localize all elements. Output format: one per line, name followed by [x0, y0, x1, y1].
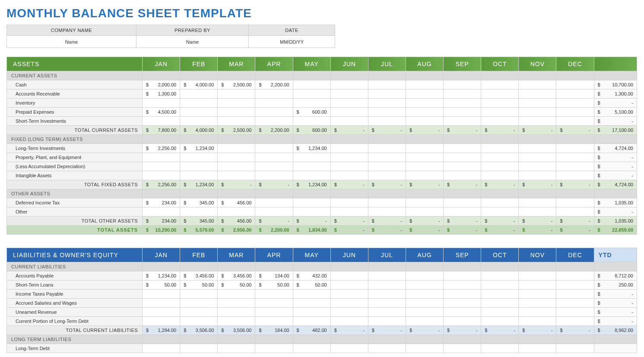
cell-value[interactable]: [444, 280, 481, 290]
cell-value[interactable]: $1,834.00: [293, 226, 330, 235]
cell-value[interactable]: [556, 271, 594, 280]
cell-value[interactable]: $7,800.00: [143, 126, 180, 135]
cell-value[interactable]: [330, 308, 368, 317]
cell-value[interactable]: [180, 171, 218, 180]
cell-value[interactable]: $-: [406, 226, 443, 235]
cell-value[interactable]: [556, 308, 594, 317]
cell-value[interactable]: $-: [556, 126, 594, 135]
cell-value[interactable]: $50.00: [293, 280, 330, 290]
cell-value[interactable]: [519, 162, 556, 171]
cell-value[interactable]: [255, 144, 293, 153]
cell-value[interactable]: [444, 317, 481, 326]
cell-value[interactable]: [218, 99, 255, 108]
cell-value[interactable]: [519, 271, 556, 280]
cell-value[interactable]: [444, 207, 481, 217]
cell-value[interactable]: [519, 198, 556, 207]
cell-value[interactable]: $2,200.00: [255, 226, 293, 235]
cell-value[interactable]: [444, 89, 481, 99]
cell-value[interactable]: [368, 153, 406, 162]
cell-value[interactable]: $-: [255, 217, 293, 226]
cell-value[interactable]: $2,256.00: [143, 180, 180, 189]
cell-value[interactable]: [330, 317, 368, 326]
cell-value[interactable]: [519, 117, 556, 126]
cell-value[interactable]: [293, 344, 330, 353]
cell-value[interactable]: $-: [406, 326, 443, 335]
cell-value[interactable]: [180, 89, 218, 99]
cell-value[interactable]: [444, 99, 481, 108]
cell-value[interactable]: $-: [444, 126, 481, 135]
cell-value[interactable]: [330, 198, 368, 207]
cell-value[interactable]: [444, 171, 481, 180]
cell-value[interactable]: $4,000.00: [180, 80, 218, 89]
cell-value[interactable]: $-: [594, 299, 637, 308]
cell-value[interactable]: [444, 299, 481, 308]
cell-value[interactable]: $-: [481, 226, 519, 235]
cell-value[interactable]: [330, 89, 368, 99]
cell-value[interactable]: [406, 144, 443, 153]
cell-value[interactable]: [368, 280, 406, 290]
cell-value[interactable]: [556, 153, 594, 162]
cell-value[interactable]: [255, 308, 293, 317]
cell-value[interactable]: [143, 317, 180, 326]
cell-value[interactable]: [444, 108, 481, 117]
cell-value[interactable]: [218, 290, 255, 299]
cell-value[interactable]: [255, 290, 293, 299]
cell-value[interactable]: $3,506.00: [218, 326, 255, 335]
cell-value[interactable]: [406, 317, 443, 326]
cell-value[interactable]: [293, 317, 330, 326]
cell-value[interactable]: [556, 299, 594, 308]
cell-value[interactable]: $5,579.00: [180, 226, 218, 235]
cell-value[interactable]: [255, 162, 293, 171]
cell-value[interactable]: [406, 153, 443, 162]
cell-value[interactable]: [330, 344, 368, 353]
cell-value[interactable]: [556, 290, 594, 299]
cell-value[interactable]: [255, 108, 293, 117]
cell-value[interactable]: $184.00: [255, 326, 293, 335]
cell-value[interactable]: [481, 153, 519, 162]
cell-value[interactable]: [406, 344, 443, 353]
cell-value[interactable]: [481, 344, 519, 353]
cell-value[interactable]: [556, 117, 594, 126]
cell-value[interactable]: [481, 299, 519, 308]
cell-value[interactable]: $4,500.00: [143, 108, 180, 117]
cell-value[interactable]: [406, 162, 443, 171]
cell-value[interactable]: [293, 171, 330, 180]
cell-value[interactable]: $-: [594, 290, 637, 299]
cell-value[interactable]: $1,300.00: [594, 89, 637, 99]
cell-value[interactable]: $-: [406, 217, 443, 226]
cell-value[interactable]: $8,712.00: [594, 271, 637, 280]
cell-value[interactable]: [519, 171, 556, 180]
cell-value[interactable]: [406, 117, 443, 126]
cell-value[interactable]: [519, 89, 556, 99]
cell-value[interactable]: [556, 317, 594, 326]
cell-value[interactable]: [218, 317, 255, 326]
cell-value[interactable]: [556, 280, 594, 290]
cell-value[interactable]: [180, 207, 218, 217]
cell-value[interactable]: [330, 99, 368, 108]
cell-value[interactable]: [444, 117, 481, 126]
info-value-date[interactable]: MM/DD/YY: [249, 36, 335, 48]
cell-value[interactable]: [255, 171, 293, 180]
cell-value[interactable]: [368, 271, 406, 280]
cell-value[interactable]: [406, 207, 443, 217]
cell-value[interactable]: $234.00: [143, 198, 180, 207]
cell-value[interactable]: [368, 290, 406, 299]
cell-value[interactable]: $-: [406, 126, 443, 135]
cell-value[interactable]: [218, 108, 255, 117]
cell-value[interactable]: $2,500.00: [218, 126, 255, 135]
cell-value[interactable]: [293, 153, 330, 162]
cell-value[interactable]: [481, 108, 519, 117]
cell-value[interactable]: [444, 80, 481, 89]
cell-value[interactable]: [330, 271, 368, 280]
cell-value[interactable]: [406, 171, 443, 180]
cell-value[interactable]: [556, 162, 594, 171]
cell-value[interactable]: [330, 108, 368, 117]
cell-value[interactable]: $-: [444, 226, 481, 235]
cell-value[interactable]: [481, 89, 519, 99]
cell-value[interactable]: $10,700.00: [594, 80, 637, 89]
cell-value[interactable]: $2,000.00: [143, 80, 180, 89]
cell-value[interactable]: $2,200.00: [255, 80, 293, 89]
cell-value[interactable]: $17,100.00: [594, 126, 637, 135]
cell-value[interactable]: [293, 299, 330, 308]
cell-value[interactable]: $-: [444, 217, 481, 226]
